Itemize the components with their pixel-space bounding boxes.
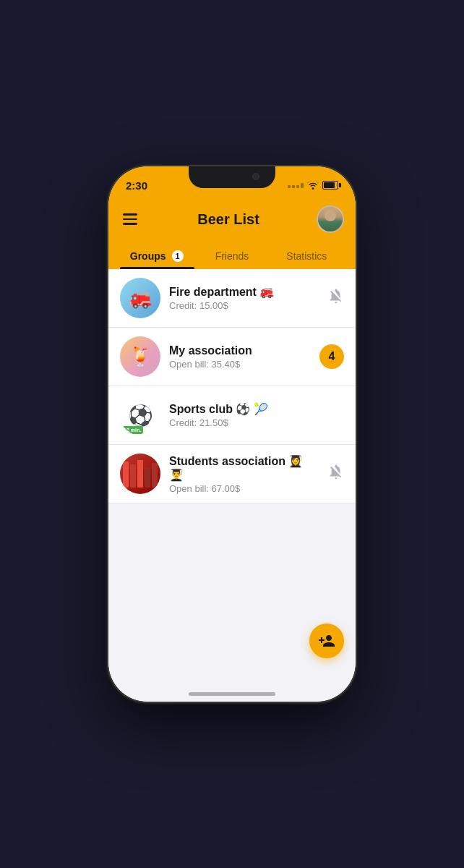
tab-statistics[interactable]: Statistics xyxy=(270,242,344,269)
tab-friends[interactable]: Friends xyxy=(194,242,269,269)
tab-groups[interactable]: Groups 1 xyxy=(120,242,194,269)
group-sub: Credit: 21.50$ xyxy=(169,417,335,428)
add-person-icon xyxy=(318,632,335,650)
avatar[interactable] xyxy=(317,205,344,233)
page-title: Beer List xyxy=(197,211,259,228)
signal-icon xyxy=(288,183,304,188)
battery-icon xyxy=(322,181,338,190)
hamburger-menu-button[interactable] xyxy=(120,210,140,228)
list-item[interactable]: 🍹 My association Open bill: 35.40$ 4 xyxy=(108,328,356,386)
group-name: Sports club ⚽ 🎾 xyxy=(169,402,335,416)
time-badge: 12 min. xyxy=(121,426,143,434)
group-sub: Credit: 15.00$ xyxy=(169,300,319,311)
group-sub: Open bill: 35.40$ xyxy=(169,359,311,370)
group-sub: Open bill: 67.00$ xyxy=(169,483,319,494)
notch xyxy=(189,166,275,188)
add-group-fab-button[interactable] xyxy=(309,624,344,658)
list-item[interactable]: ⚽ 12 min. Sports club ⚽ 🎾 Credit: 21.50$ xyxy=(108,386,356,445)
group-info: My association Open bill: 35.40$ xyxy=(160,344,319,370)
notification-badge: 4 xyxy=(319,344,344,369)
header: Beer List Groups 1 Friends Statist xyxy=(108,198,356,269)
group-avatar-sports: ⚽ 12 min. xyxy=(120,395,160,435)
status-icons xyxy=(288,181,338,190)
group-avatar-assoc: 🍹 xyxy=(120,336,160,377)
group-name: Students association 👩‍🎓 👨‍🎓 xyxy=(169,454,319,482)
list-item[interactable]: Students association 👩‍🎓 👨‍🎓 Open bill: … xyxy=(108,445,356,503)
tab-bar: Groups 1 Friends Statistics xyxy=(120,242,344,269)
group-name: My association xyxy=(169,344,311,357)
bell-off-icon xyxy=(328,464,344,483)
group-info: Fire department 🚒 Credit: 15.00$ xyxy=(160,285,328,311)
groups-badge: 1 xyxy=(171,249,185,263)
wifi-icon xyxy=(307,181,319,190)
home-indicator xyxy=(189,692,275,696)
group-avatar-fire xyxy=(120,278,160,318)
list-item[interactable]: Fire department 🚒 Credit: 15.00$ xyxy=(108,269,356,328)
group-name: Fire department 🚒 xyxy=(169,285,319,299)
camera xyxy=(252,173,259,180)
group-info: Students association 👩‍🎓 👨‍🎓 Open bill: … xyxy=(160,454,328,494)
group-avatar-students xyxy=(120,454,160,494)
bell-off-icon xyxy=(328,289,344,307)
group-info: Sports club ⚽ 🎾 Credit: 21.50$ xyxy=(160,402,344,428)
status-time: 2:30 xyxy=(126,179,147,192)
